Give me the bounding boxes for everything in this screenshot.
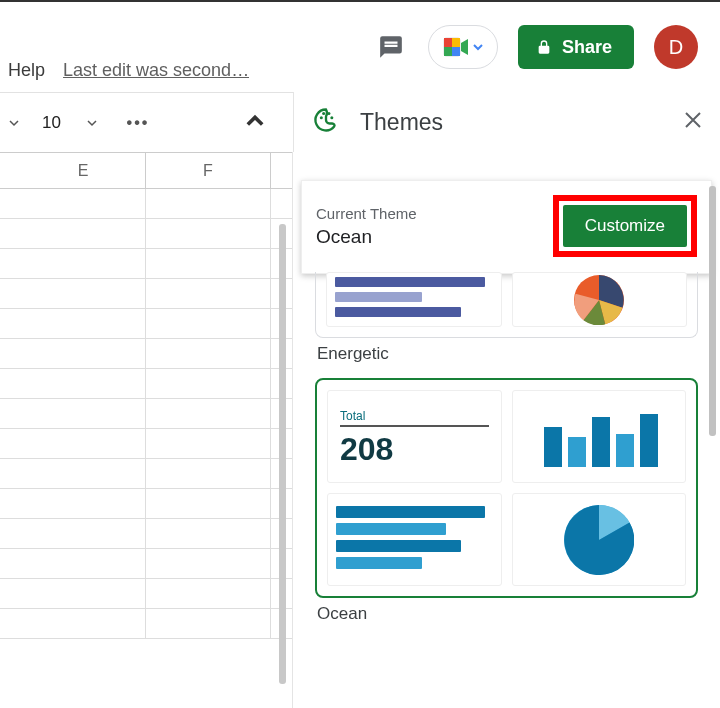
svg-rect-14	[616, 434, 634, 467]
pie-chart-icon	[574, 275, 624, 325]
theme-name-label: Ocean	[317, 604, 720, 624]
kpi-value: 208	[340, 431, 489, 468]
svg-marker-5	[461, 39, 468, 55]
share-button[interactable]: Share	[518, 25, 634, 69]
font-size-selector[interactable]: 10	[28, 113, 118, 133]
theme-preview-kpi: Total 208	[327, 390, 502, 483]
toolbar-dropdown-a[interactable]	[0, 118, 28, 128]
svg-rect-3	[444, 47, 452, 56]
svg-rect-15	[640, 414, 658, 467]
current-theme-card: Current Theme Ocean Customize	[301, 180, 712, 274]
chevron-down-icon	[9, 118, 19, 128]
chevron-down-icon	[87, 118, 97, 128]
theme-preview-table	[327, 493, 502, 586]
comments-icon[interactable]	[374, 30, 408, 64]
pie-chart-icon	[564, 505, 634, 575]
themes-panel: Themes Current Theme Ocean Customize	[292, 152, 720, 708]
theme-option-energetic[interactable]	[315, 272, 698, 338]
theme-preview-columns	[512, 390, 687, 483]
meet-icon	[443, 37, 469, 57]
font-size-value: 10	[42, 113, 61, 133]
theme-name-label: Energetic	[317, 344, 720, 364]
svg-rect-12	[568, 437, 586, 467]
panel-scrollbar[interactable]	[709, 186, 716, 436]
last-edit-link[interactable]: Last edit was second…	[63, 60, 249, 81]
toolbar-overflow[interactable]: •••	[118, 114, 158, 132]
menu-help[interactable]: Help	[8, 60, 45, 81]
svg-point-7	[322, 112, 325, 115]
current-theme-value: Ocean	[316, 226, 417, 248]
svg-rect-4	[452, 47, 460, 56]
svg-rect-2	[452, 38, 460, 47]
share-label: Share	[562, 37, 612, 58]
column-header-blank[interactable]	[0, 153, 21, 188]
customize-button[interactable]: Customize	[563, 205, 687, 247]
spreadsheet-grid[interactable]: E F	[0, 152, 292, 708]
kpi-label: Total	[340, 409, 489, 427]
lock-icon	[536, 39, 552, 55]
column-header-f[interactable]: F	[146, 153, 271, 188]
theme-preview-table	[326, 272, 502, 327]
svg-rect-1	[444, 38, 452, 47]
tutorial-highlight: Customize	[553, 195, 697, 257]
theme-option-ocean[interactable]: Total 208	[315, 378, 698, 598]
sheet-scrollbar[interactable]	[279, 224, 286, 684]
avatar-initial: D	[669, 36, 683, 59]
svg-point-9	[330, 116, 333, 119]
theme-preview-pie	[512, 272, 688, 327]
chevron-down-icon	[473, 42, 483, 52]
collapse-toolbar-icon[interactable]	[246, 112, 264, 134]
svg-point-8	[327, 112, 330, 115]
palette-icon	[312, 106, 340, 138]
meet-dropdown[interactable]	[428, 25, 498, 69]
svg-rect-13	[592, 417, 610, 467]
column-header-partial[interactable]	[271, 153, 292, 188]
theme-preview-pie	[512, 493, 687, 586]
current-theme-label: Current Theme	[316, 205, 417, 222]
svg-point-6	[320, 116, 323, 119]
svg-rect-11	[544, 427, 562, 467]
account-avatar[interactable]: D	[654, 25, 698, 69]
column-header-e[interactable]: E	[21, 153, 146, 188]
panel-title: Themes	[360, 109, 443, 136]
close-panel-icon[interactable]	[684, 109, 702, 135]
column-chart-icon	[534, 402, 664, 472]
